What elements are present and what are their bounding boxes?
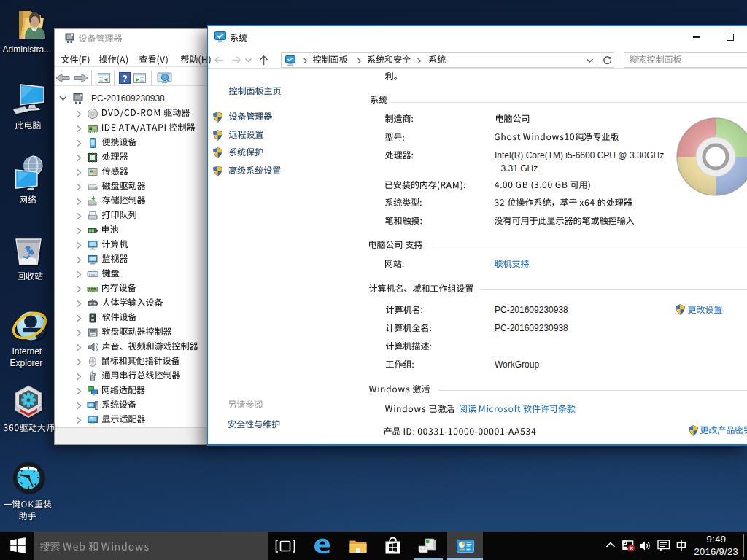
svg-text:?: ? [122, 74, 127, 84]
